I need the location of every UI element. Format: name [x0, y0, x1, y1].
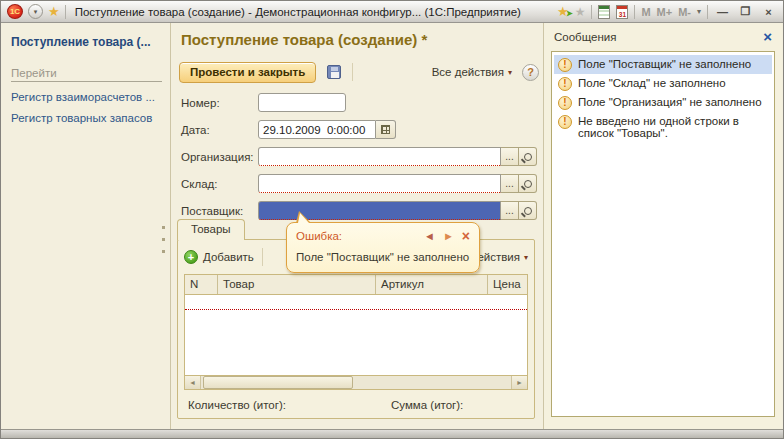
sidebar-link-settlements-register[interactable]: Регистр взаиморасчетов ...	[11, 91, 162, 103]
tooltip-header: Ошибка: ◄ ► ×	[296, 230, 470, 242]
supplier-input[interactable]	[258, 201, 501, 220]
sidebar: Поступление товара (... Перейти Регистр …	[2, 23, 171, 429]
required-row-marker	[185, 309, 527, 310]
organization-search-button[interactable]	[519, 147, 537, 166]
warehouse-lookup-button[interactable]: ...	[501, 174, 519, 193]
goods-table[interactable]: N Товар Артикул Цена ◄ ►	[184, 274, 528, 390]
help-button[interactable]: ?	[522, 64, 539, 81]
goods-table-header: N Товар Артикул Цена	[185, 275, 527, 295]
organization-lookup-button[interactable]: ...	[501, 147, 519, 166]
column-tovar[interactable]: Товар	[218, 275, 376, 294]
title-bar: 1С ▾ ★ Поступление товара (создание) - Д…	[1, 1, 783, 23]
warehouse-field-row: Склад: ...	[181, 170, 537, 197]
open-favorite-icon[interactable]: ★	[575, 5, 586, 19]
tooltip-title: Ошибка:	[296, 230, 342, 242]
search-icon	[524, 207, 532, 215]
sidebar-link-stock-register[interactable]: Регистр товарных запасов	[11, 112, 162, 124]
messages-title: Сообщения	[554, 31, 616, 43]
number-input[interactable]	[258, 93, 346, 112]
organization-label: Организация:	[181, 151, 258, 163]
calendar-icon[interactable]: 31	[616, 5, 628, 19]
memory-m-button[interactable]: M	[641, 6, 650, 18]
close-tooltip-button[interactable]: ×	[462, 230, 470, 242]
warehouse-input[interactable]	[258, 174, 501, 193]
date-picker-button[interactable]	[376, 120, 396, 139]
horizontal-scrollbar[interactable]: ◄ ►	[185, 375, 527, 389]
add-row-button[interactable]: + Добавить	[184, 250, 254, 264]
memory-mplus-button[interactable]: M+	[657, 6, 673, 18]
titlebar-tools: ★➤ ★ 31 M M+ M- ▾ — ❐ ×	[557, 5, 777, 19]
favorites-star-icon[interactable]: ★	[48, 5, 60, 18]
sidebar-document-link[interactable]: Поступление товара (...	[11, 35, 162, 49]
number-field-row: Номер:	[181, 89, 537, 116]
plus-icon: +	[184, 250, 198, 264]
scrollbar-thumb[interactable]	[203, 376, 353, 389]
column-artikul[interactable]: Артикул	[376, 275, 488, 294]
calendar-grid-icon	[381, 125, 390, 134]
date-input[interactable]	[258, 120, 376, 139]
warehouse-search-button[interactable]	[519, 174, 537, 193]
1c-logo-icon: 1С	[7, 4, 23, 19]
form-toolbar: Провести и закрыть Все действия ▾ ?	[179, 59, 539, 85]
warning-icon: !	[558, 96, 572, 110]
calculator-icon[interactable]	[598, 5, 610, 19]
warning-icon: !	[558, 58, 572, 72]
main-menu-button[interactable]: ▾	[28, 4, 43, 19]
organization-field-row: Организация: ...	[181, 143, 537, 170]
chevron-down-icon: ▾	[34, 8, 38, 16]
message-item[interactable]: ! Поле "Организация" не заполнено	[554, 93, 772, 112]
chevron-down-icon: ▾	[508, 68, 512, 77]
warning-icon: !	[558, 77, 572, 91]
scroll-right-button[interactable]: ►	[511, 376, 527, 389]
titlebar-separator	[65, 5, 66, 19]
messages-panel: Сообщения × ! Поле "Поставщик" не заполн…	[543, 23, 782, 429]
quantity-total-label: Количество (итог):	[188, 399, 286, 411]
prev-error-button[interactable]: ◄	[424, 230, 435, 242]
column-n[interactable]: N	[185, 275, 218, 294]
sidebar-section-label: Перейти	[11, 67, 162, 82]
search-icon	[524, 180, 532, 188]
maximize-button[interactable]: ❐	[737, 5, 754, 18]
supplier-lookup-button[interactable]: ...	[501, 201, 519, 220]
warning-icon: !	[558, 115, 572, 129]
window-title: Поступление товара (создание) - Демонстр…	[71, 6, 521, 18]
next-error-button[interactable]: ►	[443, 230, 454, 242]
messages-header: Сообщения ×	[544, 23, 782, 47]
number-label: Номер:	[181, 97, 258, 109]
close-button[interactable]: ×	[760, 6, 777, 18]
chevron-down-icon: ▾	[524, 253, 528, 262]
column-cena[interactable]: Цена	[488, 275, 527, 294]
minimize-button[interactable]: —	[714, 6, 731, 18]
sum-total-label: Сумма (итог):	[391, 399, 463, 411]
tooltip-tail	[296, 211, 311, 223]
scroll-left-button[interactable]: ◄	[185, 376, 201, 389]
add-favorite-icon[interactable]: ★➤	[557, 5, 569, 18]
goods-table-body[interactable]	[185, 296, 527, 375]
post-and-close-button[interactable]: Провести и закрыть	[179, 62, 316, 83]
close-messages-button[interactable]: ×	[763, 30, 772, 43]
date-field-row: Дата:	[181, 116, 537, 143]
more-tools-icon[interactable]: ▾	[697, 7, 701, 16]
error-tooltip: Ошибка: ◄ ► × Поле "Поставщик" не заполн…	[286, 222, 480, 273]
date-label: Дата:	[181, 124, 258, 136]
supplier-search-button[interactable]	[519, 201, 537, 220]
form-fields: Номер: Дата: Организация: ... Склад: ...	[181, 89, 537, 224]
page-title: Поступление товара (создание) *	[181, 31, 427, 48]
green-arrow-icon: ➤	[566, 7, 573, 20]
save-button[interactable]	[324, 62, 344, 82]
memory-mminus-button[interactable]: M-	[678, 6, 691, 18]
floppy-icon	[327, 65, 341, 79]
panel-splitter-handle[interactable]	[162, 226, 165, 262]
messages-list[interactable]: ! Поле "Поставщик" не заполнено ! Поле "…	[551, 51, 775, 417]
message-item[interactable]: ! Не введено ни одной строки в список "Т…	[554, 112, 772, 141]
window-resize-strip[interactable]	[1, 429, 783, 438]
search-icon	[524, 153, 532, 161]
message-item[interactable]: ! Поле "Склад" не заполнено	[554, 74, 772, 93]
tooltip-message: Поле "Поставщик" не заполнено	[296, 251, 470, 263]
tab-goods[interactable]: Товары	[177, 219, 245, 240]
all-actions-button[interactable]: Все действия ▾	[432, 66, 512, 78]
totals-row: Количество (итог): Сумма (итог):	[188, 399, 463, 411]
organization-input[interactable]	[258, 147, 501, 166]
supplier-label: Поставщик:	[181, 205, 258, 217]
message-item[interactable]: ! Поле "Поставщик" не заполнено	[554, 55, 772, 74]
